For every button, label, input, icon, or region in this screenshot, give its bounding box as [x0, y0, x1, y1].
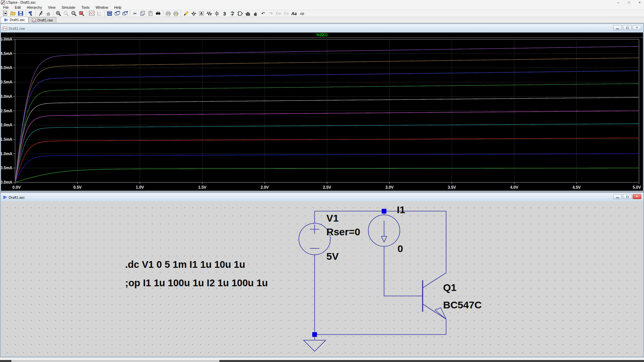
- menu-item-view[interactable]: View: [45, 5, 59, 9]
- x-axis-tick-label[interactable]: 4.0V: [510, 185, 519, 190]
- tab-draft1-raw[interactable]: Draft1.raw: [29, 17, 56, 23]
- edit-model-icon[interactable]: Em: [275, 10, 282, 17]
- y-axis-tick-label[interactable]: 4.0mA: [1, 65, 12, 70]
- x-axis-tick-label[interactable]: 4.5V: [573, 185, 581, 190]
- netlist-hammer-icon[interactable]: [27, 10, 35, 17]
- y-axis-tick-label[interactable]: 0.5mA: [1, 166, 12, 170]
- capacitor-icon[interactable]: [213, 10, 221, 17]
- x-axis-tick-label[interactable]: 2.0V: [261, 185, 269, 190]
- cut-icon[interactable]: ✂: [131, 10, 139, 17]
- y-axis-tick-label[interactable]: 4.5mA: [1, 51, 12, 56]
- text-tool-icon[interactable]: Aa: [290, 10, 298, 17]
- x-axis-tick-label[interactable]: 5.0V: [633, 185, 641, 190]
- spice-comment-op[interactable]: ;op I1 1u 100u 1u I2 1u 100u 1u: [125, 278, 268, 289]
- waveform-window-titlebar[interactable]: Draft1.raw ×: [1, 24, 643, 33]
- app-titlebar[interactable]: LTspice - Draft1.asc – □ ×: [0, 0, 644, 5]
- wave-minimize-button[interactable]: [613, 25, 622, 30]
- sch-close-button[interactable]: ×: [633, 194, 641, 199]
- net-label-icon[interactable]: A: [198, 10, 205, 17]
- redo-icon[interactable]: ↷: [267, 10, 275, 17]
- wave-restore-button[interactable]: [623, 25, 632, 30]
- y-axis-tick-label[interactable]: 2.5mA: [1, 109, 12, 113]
- component-gate-icon[interactable]: [236, 10, 244, 17]
- current-source-i1[interactable]: [368, 211, 423, 296]
- y-axis-tick-label[interactable]: 2.0mA: [1, 123, 12, 127]
- app-minimize-button[interactable]: –: [615, 1, 621, 4]
- save-icon[interactable]: [17, 10, 24, 17]
- run-simulation-icon[interactable]: [37, 10, 45, 17]
- menu-item-file[interactable]: File: [0, 5, 12, 9]
- move-hand-icon[interactable]: [244, 10, 252, 17]
- expand-netlist-icon[interactable]: E∃: [282, 10, 290, 17]
- menu-item-window[interactable]: Window: [93, 5, 111, 9]
- wire-pencil-icon[interactable]: [182, 10, 190, 17]
- autorange-plot-icon[interactable]: [88, 10, 96, 17]
- print-preview-icon[interactable]: [172, 10, 180, 17]
- spice-directive-dc[interactable]: .dc V1 0 5 1m I1 1u 10u 1u: [125, 259, 245, 270]
- app-close-button[interactable]: ×: [637, 1, 643, 4]
- plot-pane[interactable]: Ic(Q1) 5.0mA4.5mA4.0mA3.5mA3.0mA2.5mA2.0…: [1, 33, 643, 191]
- copy-icon[interactable]: [139, 10, 147, 17]
- y-axis-tick-label[interactable]: 1.0mA: [1, 152, 12, 156]
- find-icon[interactable]: [154, 10, 162, 17]
- spice-directive-icon[interactable]: .op: [298, 10, 306, 17]
- open-file-icon[interactable]: [9, 10, 17, 17]
- menu-item-edit[interactable]: Edit: [12, 5, 24, 9]
- menu-item-simulate[interactable]: Simulate: [59, 5, 78, 9]
- menu-item-help[interactable]: Help: [111, 5, 124, 9]
- y-axis-tick-label[interactable]: 1.5mA: [1, 137, 12, 142]
- voltage-source-v1[interactable]: [299, 211, 330, 335]
- q1-value-label[interactable]: BC547C: [443, 299, 482, 311]
- i1-refdes-label[interactable]: I1: [397, 204, 405, 216]
- zoom-full-extents-icon[interactable]: [78, 10, 86, 17]
- x-axis-tick-label[interactable]: 3.0V: [385, 185, 394, 190]
- transistor-q1[interactable]: [423, 211, 446, 335]
- x-axis-tick-label[interactable]: 1.5V: [198, 185, 207, 190]
- undo-icon[interactable]: ↶: [259, 10, 267, 17]
- plot-settings-icon[interactable]: [96, 10, 103, 17]
- cascade-windows-icon[interactable]: [113, 10, 121, 17]
- resistor-icon[interactable]: [205, 10, 213, 17]
- cascade-active-icon[interactable]: [121, 10, 129, 17]
- y-axis-tick-label[interactable]: 5.0mA: [1, 38, 12, 42]
- schematic-canvas[interactable]: .dc V1 0 5 1m I1 1u 10u 1u ;op I1 1u 100…: [1, 201, 643, 356]
- paste-icon[interactable]: [147, 10, 154, 17]
- x-axis-tick-label[interactable]: 0.5V: [73, 185, 82, 190]
- zoom-in-icon[interactable]: [55, 10, 62, 17]
- new-schematic-icon[interactable]: [1, 10, 9, 17]
- sch-restore-button[interactable]: [623, 194, 632, 199]
- trace-I1=9u[interactable]: [15, 58, 639, 183]
- wave-close-button[interactable]: ×: [633, 25, 641, 30]
- trace-label[interactable]: Ic(Q1): [1, 33, 643, 38]
- ground-icon[interactable]: [190, 10, 198, 17]
- x-axis-tick-label[interactable]: 2.5V: [323, 185, 331, 190]
- zoom-box-icon[interactable]: [62, 10, 70, 17]
- y-axis-tick-label[interactable]: 3.0mA: [1, 94, 12, 99]
- tile-windows-icon[interactable]: [106, 10, 113, 17]
- waveform-plot[interactable]: 5.0mA4.5mA4.0mA3.5mA3.0mA2.5mA2.0mA1.5mA…: [1, 38, 643, 190]
- taskbar-edge[interactable]: [0, 360, 644, 362]
- app-maximize-button[interactable]: □: [626, 1, 632, 4]
- halt-hand-icon[interactable]: [45, 10, 52, 17]
- sch-minimize-button[interactable]: [613, 194, 622, 199]
- drag-hand-icon[interactable]: [252, 10, 259, 17]
- y-axis-tick-label[interactable]: 0.0mA: [1, 180, 12, 185]
- diode-icon[interactable]: [228, 10, 236, 17]
- menu-item-tools[interactable]: Tools: [78, 5, 93, 9]
- schematic-window-titlebar[interactable]: Draft1.asc ×: [1, 193, 643, 201]
- inductor-icon[interactable]: 3: [221, 10, 228, 17]
- tab-draft1-asc[interactable]: Draft1.asc: [1, 17, 29, 23]
- v1-value-label[interactable]: 5V: [326, 251, 339, 262]
- v1-refdes-label[interactable]: V1: [326, 213, 339, 224]
- print-icon[interactable]: [164, 10, 172, 17]
- menu-item-hierarchy[interactable]: Hierarchy: [24, 5, 45, 9]
- y-axis-tick-label[interactable]: 3.5mA: [1, 80, 12, 84]
- i1-value-label[interactable]: 0: [397, 243, 403, 254]
- q1-refdes-label[interactable]: Q1: [443, 282, 457, 293]
- zoom-out-icon[interactable]: [70, 10, 78, 17]
- v1-param-label[interactable]: Rser=0: [326, 226, 360, 238]
- x-axis-tick-label[interactable]: 1.0V: [136, 185, 144, 190]
- x-axis-tick-label[interactable]: 0.0V: [12, 185, 21, 190]
- ground-symbol[interactable]: [304, 335, 326, 351]
- x-axis-tick-label[interactable]: 3.5V: [448, 185, 456, 190]
